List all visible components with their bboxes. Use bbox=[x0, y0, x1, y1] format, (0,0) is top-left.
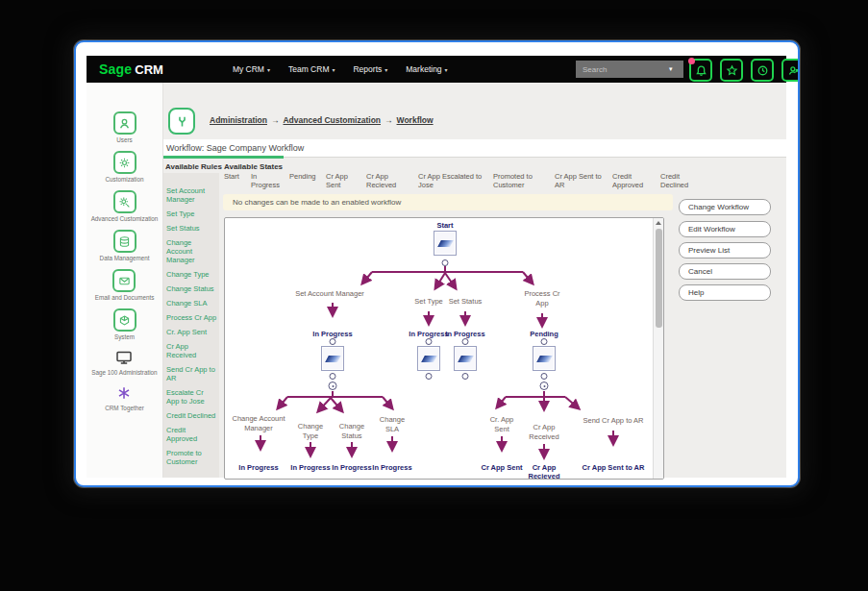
clock-icon bbox=[756, 64, 769, 77]
help-button[interactable]: Help bbox=[679, 284, 771, 301]
workflow-rule-label[interactable]: Send Cr App to AR bbox=[583, 416, 644, 426]
workflow-state-label[interactable]: In Progress bbox=[332, 463, 371, 472]
nav-label: Marketing bbox=[406, 64, 441, 74]
database-icon bbox=[113, 230, 136, 253]
workflow-section-icon bbox=[168, 108, 195, 135]
rule-link[interactable]: Promote to Customer bbox=[166, 449, 217, 466]
rule-link[interactable]: Change Status bbox=[166, 284, 217, 293]
workflow-state-label[interactable]: In Progress bbox=[409, 330, 448, 338]
sidebar-item-system[interactable]: System bbox=[113, 308, 136, 340]
sidebar-item-users[interactable]: Users bbox=[113, 111, 136, 143]
workflow-node-icon[interactable] bbox=[417, 346, 440, 371]
workflow-diagram-panel: Start Set Account Manager Set Type Set S… bbox=[224, 217, 664, 480]
nav-reports[interactable]: Reports ▾ bbox=[353, 64, 387, 74]
workflow-node-icon[interactable] bbox=[321, 346, 344, 371]
workflow-rule-label[interactable]: Change Status bbox=[332, 422, 372, 441]
scrollbar-thumb[interactable] bbox=[656, 229, 662, 328]
rule-link[interactable]: Change Type bbox=[166, 270, 217, 279]
sidebar-item-advanced-customization[interactable]: Advanced Customization bbox=[91, 190, 159, 222]
workflow-state-label[interactable]: In Progress bbox=[238, 463, 278, 472]
page-title: Workflow: Sage Company Workflow bbox=[166, 143, 304, 153]
favorites-button[interactable] bbox=[720, 59, 743, 82]
workflow-connector-dot[interactable] bbox=[462, 338, 469, 345]
preview-list-button[interactable]: Preview List bbox=[679, 242, 771, 259]
sidebar-item-data-management[interactable]: Data Management bbox=[100, 230, 150, 261]
workflow-connector-dot[interactable] bbox=[541, 373, 548, 380]
rule-link[interactable]: Credit Approved bbox=[166, 426, 217, 443]
rule-link[interactable]: Credit Declined bbox=[166, 411, 217, 420]
sidebar-item-sage-100-administration[interactable]: Sage 100 Administration bbox=[91, 348, 157, 376]
recent-button[interactable] bbox=[751, 59, 774, 82]
rule-link[interactable]: Set Account Manager bbox=[166, 186, 217, 204]
rule-link[interactable]: Cr App Received bbox=[166, 342, 217, 359]
workflow-rule-label[interactable]: Set Type bbox=[414, 297, 442, 307]
workflow-node-icon[interactable] bbox=[533, 346, 556, 371]
workflow-state-label[interactable]: Pending bbox=[530, 330, 558, 338]
logo-sage: Sage bbox=[99, 62, 132, 77]
workflow-state-label[interactable]: In Progress bbox=[312, 330, 352, 338]
workflow-connector-dot[interactable] bbox=[330, 373, 336, 380]
workflow-connector-dot[interactable] bbox=[330, 338, 336, 345]
change-workflow-button[interactable]: Change Workflow bbox=[679, 199, 771, 215]
search-chevron-icon[interactable]: ▾ bbox=[669, 65, 673, 73]
workflow-connector-dot[interactable] bbox=[442, 259, 449, 266]
bell-icon bbox=[695, 64, 707, 77]
workflow-connector-dot[interactable] bbox=[462, 373, 469, 380]
breadcrumb-arrow-icon: → bbox=[271, 115, 280, 125]
sidebar-item-crm-together[interactable]: CRM Together bbox=[105, 383, 143, 411]
scroll-up-icon[interactable] bbox=[656, 221, 661, 225]
workflow-state-label[interactable]: In Progress bbox=[290, 463, 330, 472]
sage-crm-logo[interactable]: Sage CRM bbox=[99, 62, 163, 77]
cancel-button[interactable]: Cancel bbox=[679, 263, 771, 280]
available-states-row: Start In Progress Pending Cr App Sent Cr… bbox=[224, 172, 703, 189]
workflow-state-label[interactable]: Start bbox=[436, 221, 453, 230]
nav-marketing[interactable]: Marketing ▾ bbox=[406, 64, 447, 74]
workflow-node-icon[interactable] bbox=[454, 346, 477, 371]
notifications-button[interactable] bbox=[689, 59, 712, 82]
rule-link[interactable]: Set Type bbox=[166, 209, 217, 218]
workflow-connector-dot[interactable] bbox=[541, 338, 548, 345]
state-header: Promoted to Customer bbox=[493, 172, 549, 189]
sidebar-item-customization[interactable]: Customization bbox=[106, 151, 144, 183]
workflow-state-label[interactable]: In Progress bbox=[372, 463, 411, 472]
workflow-rule-label[interactable]: Set Account Manager bbox=[295, 289, 364, 299]
crm-together-icon bbox=[114, 383, 134, 403]
breadcrumb-workflow[interactable]: Workflow bbox=[397, 115, 434, 125]
rule-link[interactable]: Escalate Cr App to Jose bbox=[166, 388, 217, 406]
rule-link[interactable]: Change Account Manager bbox=[166, 238, 217, 264]
workflow-rule-label[interactable]: Process Cr App bbox=[521, 289, 563, 308]
workflow-rule-label[interactable]: Cr App Received bbox=[523, 423, 565, 442]
sidebar-item-label: CRM Together bbox=[105, 405, 143, 411]
search-input[interactable] bbox=[576, 65, 667, 74]
nav-my-crm[interactable]: My CRM ▾ bbox=[233, 64, 270, 74]
title-divider bbox=[284, 157, 786, 158]
workflow-rule-label[interactable]: Change Account Manager bbox=[228, 414, 289, 433]
workflow-node-icon[interactable] bbox=[434, 231, 457, 256]
rule-link[interactable]: Process Cr App bbox=[166, 313, 217, 322]
rule-link[interactable]: Set Status bbox=[166, 224, 217, 233]
breadcrumb-advanced-customization[interactable]: Advanced Customization bbox=[283, 115, 381, 125]
rule-link[interactable]: Cr. App Sent bbox=[166, 328, 217, 336]
workflow-state-label[interactable]: Cr App Sent to AR bbox=[583, 463, 645, 472]
edit-workflow-button[interactable]: Edit Workflow bbox=[679, 221, 771, 237]
workflow-connector-dot[interactable] bbox=[426, 338, 433, 345]
nav-team-crm[interactable]: Team CRM ▾ bbox=[288, 64, 335, 74]
workflow-rule-label[interactable]: Change SLA bbox=[375, 415, 409, 434]
rule-link[interactable]: Send Cr App to AR bbox=[166, 365, 217, 382]
breadcrumb: Administration→Advanced Customization→Wo… bbox=[210, 115, 434, 125]
diagram-scrollbar[interactable] bbox=[653, 218, 663, 479]
workflow-rule-label[interactable]: Cr. App Sent bbox=[484, 415, 519, 434]
title-green-underline bbox=[163, 156, 284, 159]
workflow-branch-dot[interactable] bbox=[540, 382, 549, 390]
sidebar-item-email-documents[interactable]: Email and Documents bbox=[95, 269, 155, 301]
workflow-branch-dot[interactable] bbox=[329, 382, 337, 390]
breadcrumb-administration[interactable]: Administration bbox=[210, 115, 267, 125]
workflow-rule-label[interactable]: Change Type bbox=[290, 422, 331, 441]
workflow-state-label[interactable]: Cr App Recieved bbox=[525, 463, 563, 479]
rule-link[interactable]: Change SLA bbox=[166, 299, 217, 308]
workflow-state-label[interactable]: In Progress bbox=[445, 330, 484, 338]
workflow-state-label[interactable]: Cr App Sent bbox=[481, 463, 522, 472]
profile-button[interactable] bbox=[781, 59, 800, 82]
workflow-connector-dot[interactable] bbox=[426, 373, 433, 380]
workflow-rule-label[interactable]: Set Status bbox=[449, 297, 483, 307]
